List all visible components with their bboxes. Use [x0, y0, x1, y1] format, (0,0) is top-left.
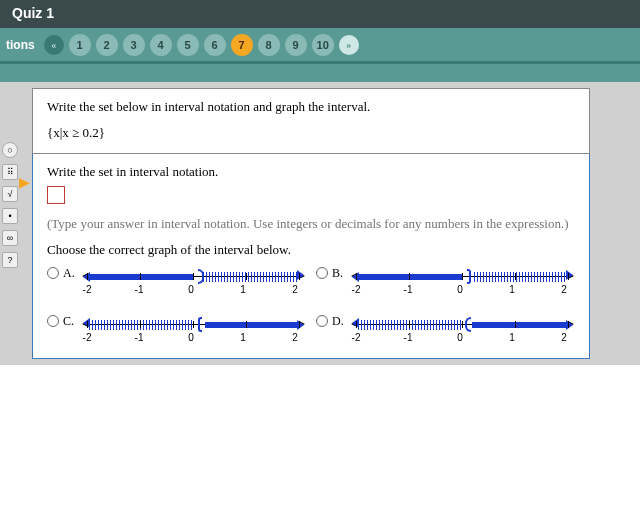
- question-box: Write the set below in interval notation…: [32, 88, 590, 154]
- radio-b[interactable]: [316, 267, 328, 279]
- nav-q4[interactable]: 4: [150, 34, 172, 56]
- numberline-a: -2-1012: [81, 268, 306, 300]
- choice-b: B. -2-1012: [316, 266, 575, 300]
- numberline-b: -2-1012: [350, 268, 575, 300]
- nav-q1[interactable]: 1: [69, 34, 91, 56]
- label-d: D.: [332, 314, 344, 329]
- tool-circle[interactable]: ○: [2, 142, 18, 158]
- nav-q3[interactable]: 3: [123, 34, 145, 56]
- nav-next[interactable]: »: [339, 35, 359, 55]
- answer-subprompt: Write the set in interval notation.: [47, 164, 575, 180]
- question-prompt: Write the set below in interval notation…: [47, 99, 575, 115]
- numberline-c: -2-1012: [81, 316, 306, 348]
- answer-box: ▶ Write the set in interval notation. (T…: [32, 154, 590, 359]
- label-a: A.: [63, 266, 75, 281]
- nav-q2[interactable]: 2: [96, 34, 118, 56]
- graph-choices: A. -2-1012 B.: [47, 266, 575, 348]
- nav-section-label: tions: [6, 38, 35, 52]
- choice-a: A. -2-1012: [47, 266, 306, 300]
- nav-q9[interactable]: 9: [285, 34, 307, 56]
- tool-dot[interactable]: •: [2, 208, 18, 224]
- nav-q8[interactable]: 8: [258, 34, 280, 56]
- pointer-icon: ▶: [19, 174, 30, 191]
- tool-infinity[interactable]: ∞: [2, 230, 18, 246]
- answer-hint: (Type your answer in interval notation. …: [47, 216, 575, 232]
- nav-q10[interactable]: 10: [312, 34, 334, 56]
- tool-keypad[interactable]: ⠿: [2, 164, 18, 180]
- nav-q7[interactable]: 7: [231, 34, 253, 56]
- graph-prompt: Choose the correct graph of the interval…: [47, 242, 575, 258]
- label-c: C.: [63, 314, 75, 329]
- radio-a[interactable]: [47, 267, 59, 279]
- tool-column: ○ ⠿ √ • ∞ ?: [0, 82, 20, 365]
- numberline-d: -2-1012: [350, 316, 575, 348]
- radio-c[interactable]: [47, 315, 59, 327]
- teal-strip: [0, 64, 640, 82]
- nav-q6[interactable]: 6: [204, 34, 226, 56]
- interval-input[interactable]: [47, 186, 65, 204]
- choice-c: C. -2-1012: [47, 314, 306, 348]
- choice-d: D. -2-1012: [316, 314, 575, 348]
- label-b: B.: [332, 266, 344, 281]
- tool-radical[interactable]: √: [2, 186, 18, 202]
- radio-d[interactable]: [316, 315, 328, 327]
- nav-prev[interactable]: «: [44, 35, 64, 55]
- quiz-title: Quiz 1: [12, 5, 54, 21]
- tool-help[interactable]: ?: [2, 252, 18, 268]
- nav-q5[interactable]: 5: [177, 34, 199, 56]
- quiz-header: Quiz 1: [0, 0, 640, 28]
- question-nav: tions « 1 2 3 4 5 6 7 8 9 10 »: [0, 28, 640, 64]
- question-set: {x|x ≥ 0.2}: [47, 125, 575, 141]
